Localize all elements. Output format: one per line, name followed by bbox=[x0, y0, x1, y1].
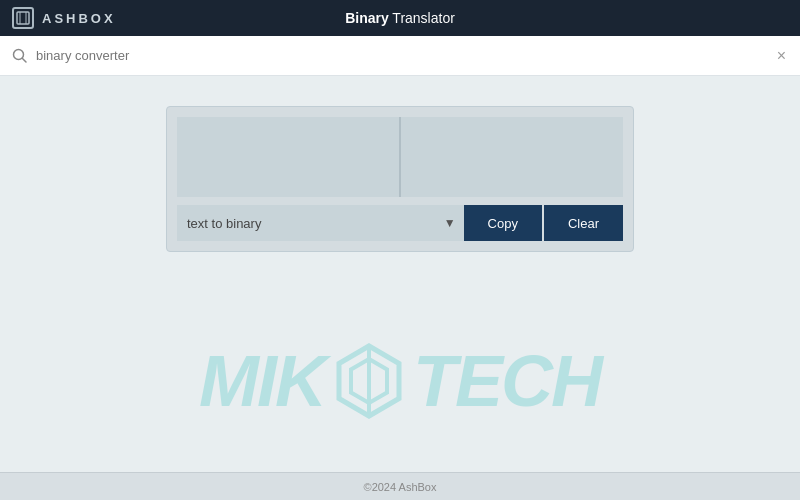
search-bar: × bbox=[0, 36, 800, 76]
svg-marker-5 bbox=[339, 346, 399, 416]
output-textarea[interactable] bbox=[401, 117, 623, 197]
app-title: Binary Translator bbox=[345, 10, 455, 26]
footer-text: ©2024 AshBox bbox=[364, 481, 437, 493]
logo-icon bbox=[12, 7, 34, 29]
main-content: text to binary binary to text text to he… bbox=[0, 76, 800, 472]
watermark-tech-text: TECH bbox=[413, 340, 601, 422]
close-icon[interactable]: × bbox=[777, 47, 786, 65]
watermark-miko-text: MIK bbox=[199, 340, 325, 422]
footer: ©2024 AshBox bbox=[0, 472, 800, 500]
logo-area: ASHBOX bbox=[12, 7, 116, 29]
svg-rect-0 bbox=[17, 12, 29, 24]
svg-marker-6 bbox=[351, 359, 387, 403]
translator-card: text to binary binary to text text to he… bbox=[166, 106, 634, 252]
text-areas-row bbox=[177, 117, 623, 197]
mode-select-wrap: text to binary binary to text text to he… bbox=[177, 205, 464, 241]
search-icon bbox=[12, 48, 28, 64]
svg-line-4 bbox=[23, 58, 27, 62]
controls-row: text to binary binary to text text to he… bbox=[177, 205, 623, 241]
input-textarea[interactable] bbox=[177, 117, 401, 197]
watermark: MIK TECH bbox=[0, 340, 800, 422]
title-bar: ASHBOX Binary Translator bbox=[0, 0, 800, 36]
mode-select[interactable]: text to binary binary to text text to he… bbox=[177, 205, 464, 241]
watermark-logo-icon bbox=[329, 341, 409, 421]
clear-button[interactable]: Clear bbox=[544, 205, 623, 241]
search-input[interactable] bbox=[36, 48, 788, 63]
logo-text: ASHBOX bbox=[42, 11, 116, 26]
copy-button[interactable]: Copy bbox=[464, 205, 542, 241]
